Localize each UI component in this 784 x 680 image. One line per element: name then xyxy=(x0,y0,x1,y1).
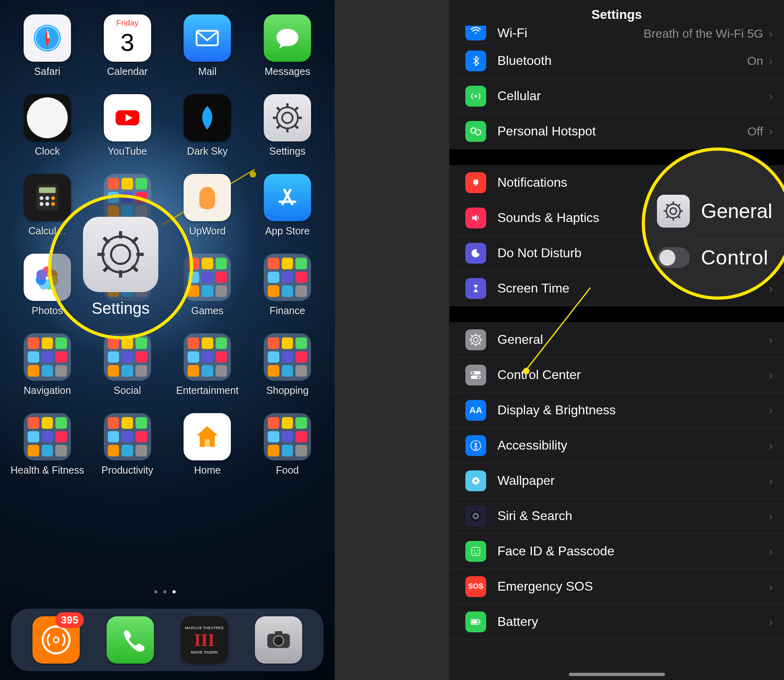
darksky-icon[interactable] xyxy=(184,94,231,141)
clock-icon[interactable] xyxy=(24,94,71,141)
app-home[interactable]: Home xyxy=(175,413,239,476)
chevron-icon: › xyxy=(769,545,773,558)
camera-icon[interactable] xyxy=(255,616,302,664)
dock-app-camera[interactable] xyxy=(255,616,302,664)
svg-rect-90 xyxy=(479,621,481,623)
controlcenter-icon xyxy=(465,365,486,385)
app-finance[interactable]: Finance xyxy=(255,254,319,317)
app-shopping[interactable]: Shopping xyxy=(255,333,319,396)
mail-icon[interactable] xyxy=(184,14,231,62)
app-label: Safari xyxy=(34,66,60,77)
productivity-icon[interactable] xyxy=(104,413,151,460)
settings-row-display[interactable]: AADisplay & Brightness› xyxy=(449,393,784,428)
settings-row-controlcenter[interactable]: Control Center› xyxy=(449,357,784,393)
cell-label: Emergency SOS xyxy=(497,579,769,594)
callout-label: Settings xyxy=(92,299,150,317)
finance-icon[interactable] xyxy=(264,254,311,301)
app-social[interactable]: Social xyxy=(95,333,160,396)
chevron-icon: › xyxy=(769,125,773,138)
dock-app-overcast[interactable]: 395 xyxy=(32,616,80,664)
phone-icon[interactable] xyxy=(107,616,154,664)
appstore-icon[interactable] xyxy=(264,174,311,221)
settings-row-general[interactable]: General› xyxy=(449,322,784,357)
app-calendar[interactable]: Friday3Calendar xyxy=(95,14,160,77)
home-indicator[interactable] xyxy=(569,673,665,676)
settings-row-wallpaper[interactable]: Wallpaper› xyxy=(449,463,784,498)
app-settings[interactable]: Settings xyxy=(255,94,319,157)
home-icon[interactable] xyxy=(184,413,231,460)
app-label: Settings xyxy=(269,145,305,157)
navigation-icon[interactable] xyxy=(24,333,71,381)
cell-label: Accessibility xyxy=(497,438,769,453)
social-icon[interactable] xyxy=(104,333,151,381)
dock-app-movietavern[interactable]: MARCUS THEATRESIIIMOVIE TAVERN xyxy=(181,616,228,664)
app-appstore[interactable]: App Store xyxy=(255,174,319,237)
dnd-icon xyxy=(465,243,486,264)
app-food[interactable]: Food xyxy=(255,413,319,476)
app-productivity[interactable]: Productivity xyxy=(95,413,160,476)
svg-line-100 xyxy=(678,204,680,207)
settings-row-battery[interactable]: Battery› xyxy=(449,604,784,640)
svg-line-52 xyxy=(104,266,109,271)
svg-point-58 xyxy=(471,335,480,344)
settings-row-siri[interactable]: Siri & Search› xyxy=(449,498,784,534)
youtube-icon[interactable] xyxy=(104,94,151,141)
entertainment-icon[interactable] xyxy=(184,333,231,381)
safari-icon[interactable] xyxy=(24,14,71,62)
app-navigation[interactable]: Navigation xyxy=(15,333,79,396)
shopping-icon[interactable] xyxy=(264,333,311,381)
cell-label: Face ID & Passcode xyxy=(497,544,769,559)
general-icon xyxy=(465,329,486,350)
app-label: YouTube xyxy=(108,145,147,157)
settings-row-faceid[interactable]: Face ID & Passcode› xyxy=(449,534,784,569)
cell-label: Control Center xyxy=(497,367,769,382)
movietavern-icon[interactable]: MARCUS THEATRESIIIMOVIE TAVERN xyxy=(181,616,228,664)
settings-row-cellular[interactable]: Cellular› xyxy=(449,79,784,114)
chevron-icon: › xyxy=(769,333,773,347)
sounds-icon xyxy=(465,208,486,228)
dock-app-phone[interactable] xyxy=(107,616,154,664)
chevron-icon: › xyxy=(769,282,773,295)
app-entertainment[interactable]: Entertainment xyxy=(175,333,239,396)
messages-icon[interactable] xyxy=(264,14,311,62)
switches-icon xyxy=(657,247,690,268)
app-label: Food xyxy=(276,464,299,476)
svg-line-98 xyxy=(667,204,669,207)
chevron-icon: › xyxy=(769,404,773,417)
chevron-icon: › xyxy=(769,27,773,40)
settings-row-hotspot[interactable]: Personal HotspotOff› xyxy=(449,114,784,149)
cell-label: Bluetooth xyxy=(497,53,747,68)
app-label: Social xyxy=(114,385,141,396)
settings-row-sos[interactable]: SOSEmergency SOS› xyxy=(449,569,784,604)
app-label: Health & Fitness xyxy=(10,464,84,476)
app-darksky[interactable]: Dark Sky xyxy=(175,94,239,157)
calculator-icon[interactable] xyxy=(24,174,71,221)
app-youtube[interactable]: YouTube xyxy=(95,94,160,157)
callout-circle-settings: Settings xyxy=(48,194,193,339)
settings-icon[interactable] xyxy=(264,94,311,141)
app-upword[interactable]: UpWord xyxy=(175,174,239,237)
app-label: Photos xyxy=(32,305,63,317)
svg-point-8 xyxy=(277,107,298,128)
settings-icon xyxy=(83,217,158,292)
settings-row-wifi[interactable]: Wi-FiBreath of the Wi-Fi 5G› xyxy=(449,26,784,43)
settings-row-bluetooth[interactable]: BluetoothOn› xyxy=(449,43,784,79)
svg-line-15 xyxy=(295,126,298,129)
svg-point-20 xyxy=(40,196,44,200)
app-mail[interactable]: Mail xyxy=(175,14,239,77)
settings-row-accessibility[interactable]: Accessibility› xyxy=(449,428,784,463)
app-clock[interactable]: Clock xyxy=(15,94,79,157)
app-health[interactable]: Health & Fitness xyxy=(15,413,79,476)
health-icon[interactable] xyxy=(24,413,71,460)
app-safari[interactable]: Safari xyxy=(15,14,79,77)
svg-point-81 xyxy=(477,481,479,484)
food-icon[interactable] xyxy=(264,413,311,460)
svg-point-79 xyxy=(477,478,479,480)
upword-icon[interactable] xyxy=(184,174,231,221)
calendar-icon[interactable]: Friday3 xyxy=(104,14,151,62)
app-messages[interactable]: Messages xyxy=(255,14,319,77)
app-label: Shopping xyxy=(266,385,309,396)
wifi-icon xyxy=(465,26,486,40)
svg-line-64 xyxy=(471,335,472,336)
svg-line-49 xyxy=(104,237,109,242)
